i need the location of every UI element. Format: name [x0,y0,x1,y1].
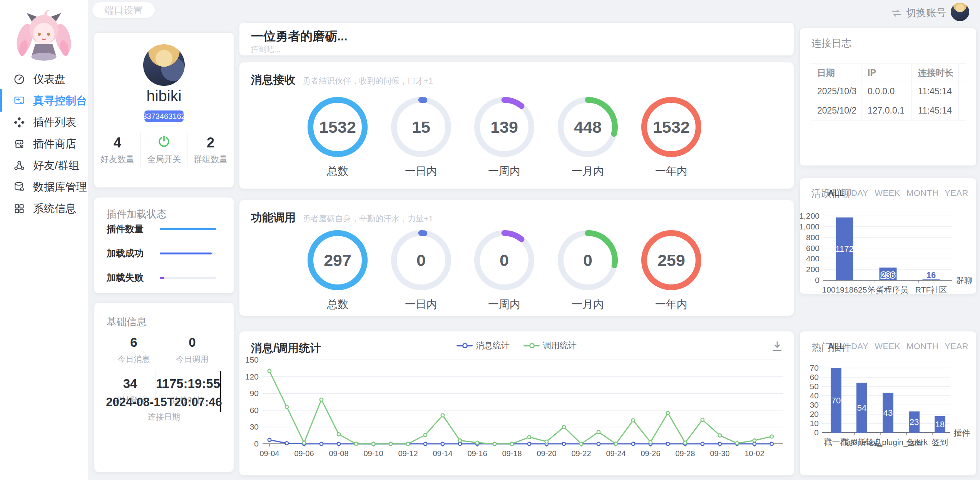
sidebar-item-console[interactable]: 真寻控制台 [0,90,88,112]
legend-marker-icon [523,345,540,346]
sidebar-item-label: 数据库管理 [33,180,87,194]
legend-label: 消息统计 [476,340,510,351]
legend-marker-icon [457,345,473,346]
svg-text:54: 54 [857,403,866,413]
messages-calls-chart-card: 消息/调用统计 消息统计调用统计 030609012015009-0409-06… [239,331,794,475]
plugin-status-title: 插件加载状态 [107,207,167,221]
sidebar-item-label: 真寻控制台 [33,94,87,108]
gauge-value: 448 [557,96,619,158]
log-column-header: 日期 [811,64,861,82]
svg-text:09-04: 09-04 [259,449,279,458]
profile-card: hibiki 3373463162 4好友数量全局开关2群组数量 [94,33,234,187]
svg-text:0: 0 [815,276,819,284]
plugin-list-icon [13,116,25,129]
line-chart-legend: 消息统计调用统计 [239,340,794,351]
sidebar-item-dashboard[interactable]: 仪表盘 [0,69,88,90]
topbar-avatar[interactable] [951,3,969,21]
svg-text:RTF社区: RTF社区 [915,285,947,294]
connect-date-label: 连接日期 [94,411,234,422]
svg-text:笨蛋程序员: 笨蛋程序员 [868,285,908,294]
sidebar-item-database[interactable]: 数据库管理 [0,176,88,198]
profile-stat-2: 2群组数量 [187,132,234,167]
sidebar: 仪表盘真寻控制台插件列表插件商店好友/群组数据库管理系统信息 [0,0,88,480]
hero-card: 一位勇者的磨砺... 挥剑吧... [239,23,794,55]
function-call-card: 功能调用 勇者磨砺自身，辛勤的汗水，力量+1 297总数0一日内0一周内0一月内… [239,200,794,316]
download-icon[interactable] [771,340,784,353]
plugin-status-row: 插件数量 [107,222,222,236]
console-icon [13,95,25,107]
connection-log-card: 连接日志 日期IP连接时长2025/10/30.0.0.011:45:14202… [800,28,976,166]
svg-text:120: 120 [245,372,259,381]
legend-item-消息统计[interactable]: 消息统计 [457,340,510,351]
gauge-label: 总数 [296,297,379,312]
log-cell-spacer [959,82,966,101]
progress-track [160,228,216,230]
svg-text:40: 40 [810,391,819,400]
basic-info-value: 0 [163,335,221,350]
svg-text:1001918625: 1001918625 [822,285,867,294]
svg-text:18: 18 [935,420,945,429]
gauge-一年内: 1532一年内 [630,96,713,179]
sidebar-item-label: 好友/群组 [33,158,79,173]
svg-text:09-26: 09-26 [641,449,660,458]
sidebar-nav: 仪表盘真寻控制台插件列表插件商店好友/群组数据库管理系统信息 [0,69,88,219]
svg-text:09-20: 09-20 [537,449,556,458]
log-cell: 11:45:14 [912,101,959,120]
svg-text:23: 23 [910,417,919,427]
svg-text:色图: 色图 [906,438,922,447]
port-settings-button[interactable]: 端口设置 [92,2,155,18]
svg-text:0: 0 [254,439,259,448]
connection-log-title: 连接日志 [811,37,851,50]
gauge-value: 1532 [307,96,368,158]
legend-item-调用统计[interactable]: 调用统计 [523,340,577,351]
plugin-store-icon [13,138,25,150]
gauge-总数: 1532总数 [296,96,379,179]
plugin-status-row: 加载成功 [107,246,222,260]
log-cell: 2025/10/2 [811,101,861,120]
svg-text:群聊: 群聊 [956,276,972,285]
gauge-一月内: 448一月内 [546,96,629,179]
svg-text:600: 600 [806,244,819,253]
profile-stats: 4好友数量全局开关2群组数量 [94,132,234,167]
switch-account-button[interactable]: 切换账号 [891,6,946,20]
global-switch-toggle[interactable] [141,134,187,151]
stat-value: 2 [187,134,234,151]
basic-info-cell: 0今日调用 [163,330,221,371]
sidebar-item-friends-groups[interactable]: 好友/群组 [0,155,88,176]
svg-text:90: 90 [250,389,259,398]
log-cell: 127.0.0.1 [861,101,912,120]
dashboard-root: 仪表盘真寻控制台插件列表插件商店好友/群组数据库管理系统信息 端口设置 切换账号… [0,0,980,480]
svg-text:43: 43 [883,408,893,418]
donut-ring: 139 [473,96,535,158]
sidebar-item-plugin-list[interactable]: 插件列表 [0,112,88,133]
log-header-row: 日期IP连接时长 [811,64,966,82]
svg-text:1172: 1172 [835,244,853,254]
plugin-status-label: 加载成功 [107,247,147,259]
gauge-一周内: 139一周内 [463,96,546,179]
svg-text:50: 50 [810,382,819,391]
gauge-label: 一周内 [463,164,546,179]
sidebar-item-label: 插件列表 [33,115,76,130]
sidebar-item-plugin-store[interactable]: 插件商店 [0,133,88,155]
switch-account-label: 切换账号 [906,6,946,20]
sidebar-item-system-info[interactable]: 系统信息 [0,198,88,219]
hero-subtitle: 挥剑吧... [251,44,281,55]
sidebar-item-label: 系统信息 [33,201,76,216]
svg-text:60: 60 [810,373,819,381]
bot-name: hibiki [94,87,234,105]
bot-uid-badge: 3373463162 [144,110,184,122]
svg-text:09-14: 09-14 [433,449,452,458]
connection-log-table: 日期IP连接时长2025/10/30.0.0.011:45:142025/10/… [811,64,966,161]
gauge-一日内: 0一日内 [380,229,463,312]
gauge-value: 259 [641,229,702,291]
svg-text:10-02: 10-02 [744,449,764,458]
legend-label: 调用统计 [543,340,577,351]
svg-text:09-24: 09-24 [606,449,625,458]
friends-icon [13,159,25,172]
svg-text:236: 236 [881,270,895,280]
donut-ring: 0 [390,229,452,291]
progress-fill [160,277,164,279]
gauge-一日内: 15一日内 [380,96,463,179]
profile-stat-1[interactable]: 全局开关 [140,132,187,167]
plugin-status-card: 插件加载状态 插件数量加载成功加载失败 [94,197,234,293]
